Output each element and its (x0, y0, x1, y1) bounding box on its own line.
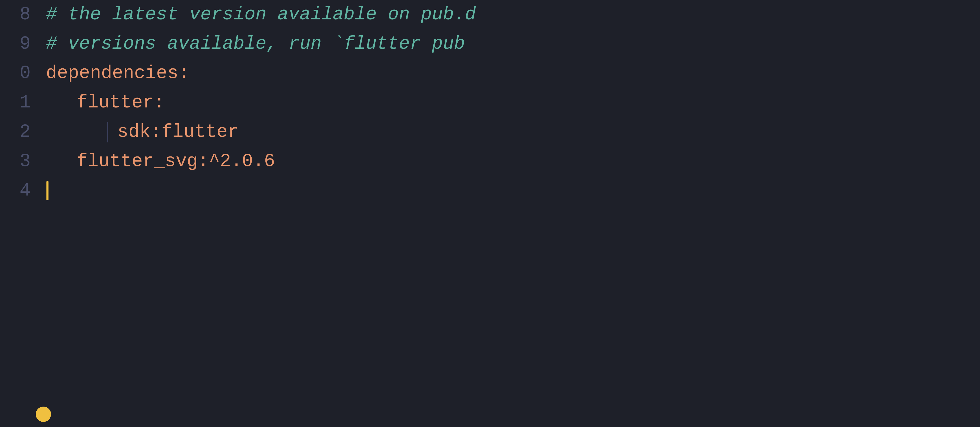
line-num-13: 3 (8, 147, 30, 176)
code-line-8: # the latest version available on pub.d (46, 0, 980, 29)
code-line-13: flutter_svg: ^2.0.6 (46, 147, 980, 176)
line-num-9: 9 (8, 29, 30, 59)
comment-line-8: # the latest version available on pub.d (46, 0, 476, 29)
code-line-10: dependencies: (46, 59, 980, 88)
code-line-11: flutter: (46, 88, 980, 117)
flutter-key: flutter: (76, 88, 165, 117)
line-num-8: 8 (8, 0, 30, 29)
code-editor: 8 9 0 1 2 3 4 # the latest version avail… (0, 0, 980, 427)
code-line-12: sdk: flutter (46, 117, 980, 147)
line-numbers: 8 9 0 1 2 3 4 (0, 0, 36, 427)
code-line-14 (46, 176, 980, 206)
flutter-svg-version: ^2.0.6 (209, 147, 275, 176)
code-area[interactable]: # the latest version available on pub.d … (36, 0, 980, 427)
comment-line-9: # versions available, run `flutter pub (46, 29, 465, 59)
bottom-dot-indicator (36, 406, 51, 422)
line-num-14: 4 (8, 176, 30, 206)
line-num-12: 2 (8, 117, 30, 147)
flutter-svg-key: flutter_svg: (76, 147, 209, 176)
dependencies-key: dependencies: (46, 59, 189, 88)
line-num-10: 0 (8, 59, 30, 88)
indent-bar-12 (107, 122, 108, 142)
code-line-9: # versions available, run `flutter pub (46, 29, 980, 59)
line-num-11: 1 (8, 88, 30, 117)
sdk-value: flutter (162, 117, 239, 147)
text-cursor (46, 181, 48, 200)
sdk-key: sdk: (118, 117, 162, 147)
